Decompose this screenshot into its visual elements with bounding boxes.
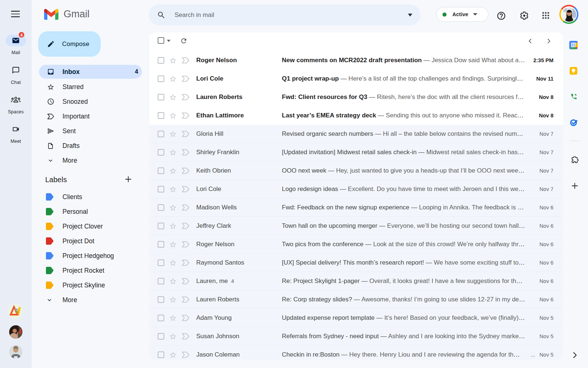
svg-text:31: 31 xyxy=(571,43,576,47)
